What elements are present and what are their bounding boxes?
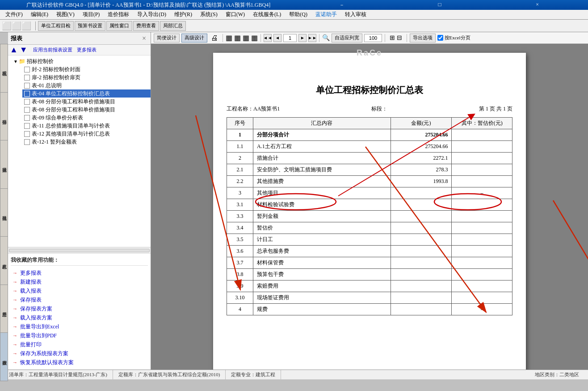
checkbox-page[interactable] xyxy=(24,75,30,81)
fit-width-btn[interactable]: 自适应列宽 xyxy=(332,34,362,42)
tree-item-table12[interactable]: 表-12 其他项目清单与计价汇总表 xyxy=(22,130,151,138)
report-title: 单位工程招标控制价汇总表 xyxy=(227,84,512,96)
advanced-design-btn[interactable]: 高级设计 xyxy=(181,34,207,42)
menu-system[interactable]: 系统(S) xyxy=(197,10,221,19)
func-batch-print[interactable]: 批量打印 xyxy=(11,340,148,349)
func-save-scheme[interactable]: 保存报表方案 xyxy=(11,304,148,313)
tree-item-table04[interactable]: 表-04 单位工程招标控制价汇总表 xyxy=(22,89,151,98)
checkbox-table12[interactable] xyxy=(24,131,30,137)
excel-page-checkbox[interactable] xyxy=(437,35,443,41)
unit-inspect-btn[interactable]: 单位工程目检 xyxy=(38,21,74,31)
tree-item-table08b[interactable]: 表-08 分部分项工程和单价措施项目 xyxy=(22,106,151,114)
side-label-others[interactable]: 其他项目 xyxy=(0,188,8,237)
checkbox-table11[interactable] xyxy=(24,123,30,129)
menu-edit[interactable]: 编辑(E) xyxy=(27,10,52,19)
side-label-sections[interactable]: 分部分项 xyxy=(0,92,8,140)
func-restore-scheme[interactable]: 恢复系统默认报表方案 xyxy=(11,358,148,367)
menu-maintain[interactable]: 维护(R) xyxy=(171,10,196,19)
tree-root-item[interactable]: ▼ 📁 招标控制价 xyxy=(12,57,151,65)
func-new-report[interactable]: 新建报表 xyxy=(11,277,148,286)
checkbox-table04[interactable] xyxy=(24,91,30,97)
tree-item-table09[interactable]: 表-09 综合单价分析表 xyxy=(22,114,151,122)
row-no: 3.1 xyxy=(227,199,253,211)
func-load-scheme[interactable]: 载入报表方案 xyxy=(11,313,148,322)
table-row: 3.1材料检验试验费 xyxy=(227,199,512,211)
func-export-excel[interactable]: 批量导出到Excel xyxy=(11,322,148,331)
row-no: 3.9 xyxy=(227,280,253,292)
partial-summary-btn[interactable]: 局部汇总 xyxy=(160,21,186,31)
side-label-costs[interactable]: 费用汇总 xyxy=(0,285,8,333)
tree-scrollbar[interactable] xyxy=(8,247,151,253)
menu-review[interactable]: 转入审核 xyxy=(341,10,370,19)
row-estimate xyxy=(452,164,512,176)
row-amount: 278.3 xyxy=(391,164,452,176)
properties-btn[interactable]: 属性窗口 xyxy=(106,21,132,31)
more-reports-btn[interactable]: 更多报表 xyxy=(75,46,98,54)
menu-file[interactable]: 文件(F) xyxy=(2,10,26,19)
cost-view-btn[interactable]: 费用查看 xyxy=(133,21,159,31)
checkbox-table08b[interactable] xyxy=(24,107,30,113)
tree-item-page[interactable]: 扉-2 招标控制价扉页 xyxy=(22,73,151,81)
side-label-labor[interactable]: 人材机汇总 xyxy=(0,236,8,285)
func-more-reports[interactable]: 更多报表 xyxy=(11,268,148,277)
first-page-btn[interactable]: ◄◄ xyxy=(264,34,272,42)
menu-cost-index[interactable]: 造价指标 xyxy=(104,10,133,19)
status-bar: 清单库：工程量清单项目计量规范(2013-广东) 定额库：广东省建筑与装饰工程综… xyxy=(0,370,588,379)
report-panel[interactable]: 单位工程招标控制价汇总表 工程名称：AA预算书1 标段： 第 1 页 共 1 页… xyxy=(151,44,588,370)
last-page-btn[interactable]: ►► xyxy=(308,34,316,42)
tree-item-table01[interactable]: 表-01 总说明 xyxy=(22,81,151,89)
row-no: 3.3 xyxy=(227,211,253,222)
panel-close-btn[interactable]: × xyxy=(140,34,148,42)
checkbox-table01[interactable] xyxy=(24,83,30,89)
side-label-measures[interactable]: 措施项目 xyxy=(0,140,8,188)
apply-settings-btn[interactable]: 应用当前报表设置 xyxy=(31,46,74,54)
title-bar: 广联达计价软件 GBQ4.0 - [清单计价 - AA预算书1 - D:\预结算… xyxy=(0,0,588,10)
rt-sep-1 xyxy=(223,34,223,42)
menu-assistant[interactable]: 蓝诺助手 xyxy=(312,10,340,19)
func-save-report[interactable]: 保存报表 xyxy=(11,295,148,304)
project-name: 工程名称：AA预算书1 xyxy=(227,105,280,113)
row-no: 3 xyxy=(227,187,253,199)
window-controls: － □ × xyxy=(294,1,585,9)
menu-help[interactable]: 帮助(Q) xyxy=(286,10,311,19)
menu-project[interactable]: 项目(P) xyxy=(79,10,104,19)
menu-online[interactable]: 在线服务(L) xyxy=(249,10,285,19)
status-library: 清单库：工程量清单项目计量规范(2013-广东) xyxy=(4,370,113,379)
col-no: 序号 xyxy=(227,118,253,129)
page-input[interactable] xyxy=(283,34,297,42)
nav-down-icon[interactable]: ▼ xyxy=(20,45,28,55)
prev-page-btn[interactable]: ◄ xyxy=(273,34,281,42)
checkbox-table08a[interactable] xyxy=(24,99,30,105)
row-estimate xyxy=(452,141,512,153)
checkbox-table09[interactable] xyxy=(24,115,30,121)
func-load-report[interactable]: 载入报表 xyxy=(11,286,148,295)
func-save-sys-scheme[interactable]: 保存为系统报表方案 xyxy=(11,349,148,358)
tree-item-cover[interactable]: 封-2 招标控制价封面 xyxy=(22,65,151,73)
zoom-input[interactable] xyxy=(364,34,382,42)
row-content: 措施合计 xyxy=(253,153,391,164)
tree-item-table08a[interactable]: 表-08 分部分项工程和单价措施项目 xyxy=(22,98,151,106)
side-label-reports[interactable]: 报表 xyxy=(0,332,8,381)
menu-import-export[interactable]: 导入导出(D) xyxy=(134,10,170,19)
nav-up-icon[interactable]: ▲ xyxy=(10,45,18,55)
tree-item-table12-1[interactable]: 表-12-1 暂列金额表 xyxy=(22,138,151,146)
checkbox-cover[interactable] xyxy=(24,67,30,72)
checkbox-table12-1[interactable] xyxy=(24,139,30,145)
rt-sep-4 xyxy=(385,34,385,42)
table-row: 3其他项目– xyxy=(227,187,512,199)
menu-window[interactable]: 窗口(W) xyxy=(222,10,248,19)
side-label-overview[interactable]: 工程概况 xyxy=(0,44,8,92)
table-row: 3.3暂列金额 xyxy=(227,211,512,222)
export-options-btn[interactable]: 导出选项 xyxy=(410,34,436,42)
menu-view[interactable]: 视图(V) xyxy=(53,10,78,19)
excel-page-label[interactable]: 按Excel分页 xyxy=(437,34,470,41)
simple-design-btn[interactable]: 简便设计 xyxy=(154,34,180,42)
func-export-pdf[interactable]: 批量导出到PDF xyxy=(11,331,148,340)
next-page-btn[interactable]: ► xyxy=(298,34,307,42)
tree-item-table11[interactable]: 表-11 总价措施项目清单与计价表 xyxy=(22,122,151,130)
row-estimate xyxy=(452,211,512,222)
row-no: 3.10 xyxy=(227,292,253,304)
row-amount: 2272.1 xyxy=(391,153,452,164)
panel-title-text: 报表 xyxy=(11,34,22,42)
budget-settings-btn[interactable]: 预算书设置 xyxy=(75,21,105,31)
